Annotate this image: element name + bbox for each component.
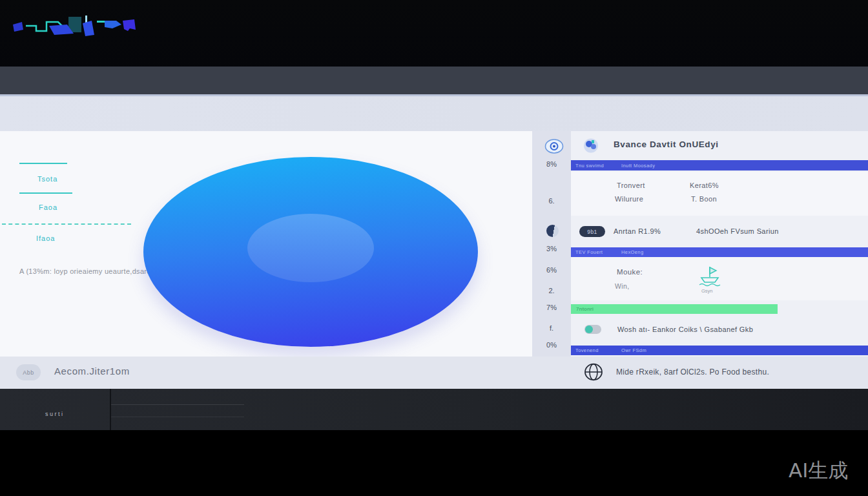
legend-item-tsota[interactable]: Tsota	[37, 175, 57, 183]
card1-row2-col2: T. Boon	[691, 195, 717, 203]
card2-line-1: Mouke:	[617, 268, 643, 276]
card1-row2-col1: Wilurure	[615, 195, 643, 203]
ship-icon	[696, 265, 723, 287]
bar-label-right: Owr FSdm	[621, 347, 646, 353]
bar-label-left: TEV Fouert	[575, 249, 603, 255]
gutter-label: 8%	[536, 160, 567, 168]
toggle-knob	[585, 326, 593, 333]
abb-pill-badge: Abb	[16, 364, 41, 380]
footer-divider	[110, 389, 111, 430]
footer-line	[111, 417, 244, 417]
main-nav: Quixune Soxware Curroor Thasen Aonny Aan…	[0, 67, 868, 94]
stats-title: Bvance Davtit OnUEdyi	[614, 140, 719, 149]
half-moon-icon	[546, 225, 559, 237]
footer-line	[111, 404, 244, 405]
bar-label-right: Inutt Moosady	[621, 163, 655, 169]
gutter-label: 3%	[536, 245, 567, 253]
bottom-left-text: Aecom.Jiter1om	[54, 366, 130, 377]
legend-item-ifaoa[interactable]: Ifaoa	[36, 234, 55, 242]
legend-line-3-dashed	[2, 223, 131, 225]
globe-icon[interactable]	[584, 363, 603, 381]
top-header	[0, 0, 868, 67]
ai-watermark: AI生成	[789, 457, 848, 484]
bar-label-left: Tnu swvimd	[575, 163, 604, 169]
card2-line-2: Win,	[615, 282, 630, 290]
progress-bar-2: TEV Fouert HexOeng	[571, 247, 868, 257]
gutter-label: 7%	[536, 304, 567, 311]
ship-caption: Gsyn	[701, 288, 713, 294]
badge-row-text-1: Anrtan R1.9%	[614, 227, 661, 235]
bar-label-right: HexOeng	[621, 249, 644, 255]
gutter-label: 0%	[536, 341, 567, 349]
badge-row-text-2: 4shOOeh FVsum Sariun	[696, 227, 779, 235]
footer-label: surti	[45, 411, 65, 417]
green-bar-label: 7ntonri	[576, 306, 594, 312]
legend-line-1	[19, 163, 67, 164]
progress-bar-4: Tovenend Owr FSdm	[571, 346, 868, 355]
gutter-label: 6.	[536, 197, 567, 205]
bar-label-left: Tovenend	[575, 347, 599, 353]
bottom-right-text: Mide rRxeik, 8arf OlCl2s. Po Food besthu…	[616, 367, 769, 377]
stats-card-1	[571, 172, 868, 216]
legend-item-faoa[interactable]: Faoa	[39, 203, 57, 211]
brand-glitch-logo	[13, 16, 136, 37]
toggle-row-label: Wosh atı- Eankor Coiks \ Gsabanef Gkb	[617, 326, 753, 333]
chart-ellipse-inner	[247, 214, 374, 282]
footer-black-area	[0, 430, 868, 496]
status-badge: 9b1	[579, 226, 605, 237]
toggle-switch[interactable]	[584, 325, 601, 334]
card1-row1-col2: Kerat6%	[690, 181, 719, 189]
title-band: HSOTESTIVE NDTOWIDRIY 4OI38 RNETTOVWIALY…	[0, 96, 868, 131]
gutter-label: 6%	[536, 266, 567, 274]
footer-band	[0, 389, 868, 430]
progress-bar-green	[571, 304, 778, 314]
app-root: Quixune Soxware Curroor Thasen Aonny Aan…	[0, 0, 868, 496]
card1-row1-col1: Tronvert	[617, 181, 645, 189]
legend-line-2	[19, 192, 72, 194]
gutter-label: 2.	[536, 287, 567, 294]
gutter-label: f.	[536, 324, 567, 332]
eye-icon[interactable]	[544, 138, 564, 155]
progress-bar-1: Tnu swvimd Inutt Moosady	[571, 160, 868, 170]
badge-icon	[583, 138, 599, 154]
